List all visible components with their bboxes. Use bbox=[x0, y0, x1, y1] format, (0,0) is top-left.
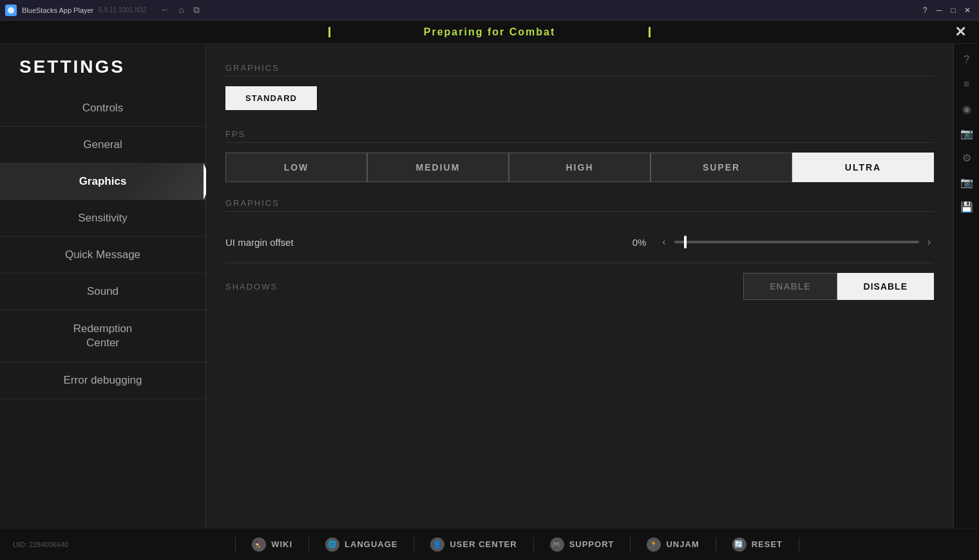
game-bar-title: Preparing for Combat bbox=[424, 26, 555, 38]
right-icon-menu[interactable]: ≡ bbox=[957, 75, 976, 94]
support-icon: 🎮 bbox=[550, 537, 564, 552]
right-sidebar: ? ≡ ◉ 📷 ⚙ 📷 💾 bbox=[953, 44, 979, 528]
sidebar-item-error-debugging[interactable]: Error debugging bbox=[0, 362, 205, 399]
fps-medium-btn[interactable]: MEDIUM bbox=[367, 153, 509, 182]
reset-label: RESET bbox=[752, 539, 783, 549]
ui-margin-label: UI margin offset bbox=[225, 237, 614, 248]
right-icon-camera2[interactable]: 📷 bbox=[957, 173, 976, 192]
fps-section-label: FPS bbox=[225, 129, 934, 143]
wiki-label: WIKI bbox=[271, 539, 292, 549]
sidebar-item-sound[interactable]: Sound bbox=[0, 274, 205, 310]
graphics-section-label: GRAPHICS bbox=[225, 63, 934, 77]
language-label: LANGUAGE bbox=[345, 539, 397, 549]
footer-unjam[interactable]: 🏃 UNJAM bbox=[631, 537, 716, 552]
game-bar: Preparing for Combat ✕ bbox=[0, 21, 979, 44]
right-icon-save[interactable]: 💾 bbox=[957, 197, 976, 216]
sidebar-item-graphics[interactable]: Graphics bbox=[0, 163, 205, 200]
shadows-row: SHADOWS ENABLE DISABLE bbox=[225, 263, 934, 310]
sidebar-item-general[interactable]: General bbox=[0, 127, 205, 163]
game-bar-close-btn[interactable]: ✕ bbox=[955, 24, 966, 41]
unjam-icon: 🏃 bbox=[647, 537, 661, 552]
fps-section: FPS LOW MEDIUM HIGH SUPER ULTRA bbox=[225, 129, 934, 182]
footer-nav: 🦅 WIKI 🌐 LANGUAGE 👤 USER CENTER 🎮 SUPPOR… bbox=[68, 537, 966, 552]
maximize-button[interactable]: □ bbox=[947, 4, 960, 17]
svg-point-0 bbox=[8, 7, 14, 14]
decorator-right bbox=[649, 27, 651, 37]
slider-right-arrow[interactable]: › bbox=[924, 233, 934, 251]
reset-icon: 🔄 bbox=[732, 537, 746, 552]
app-icon bbox=[5, 5, 17, 16]
language-icon: 🌐 bbox=[325, 537, 339, 552]
footer-language[interactable]: 🌐 LANGUAGE bbox=[309, 537, 414, 552]
uid-label: UID: 2284006640 bbox=[13, 541, 68, 548]
game-bar-decorators: Preparing for Combat bbox=[328, 26, 651, 38]
footer-wiki[interactable]: 🦅 WIKI bbox=[235, 537, 309, 552]
decorator-left bbox=[328, 27, 330, 37]
fps-super-btn[interactable]: SUPER bbox=[651, 153, 792, 182]
title-bar-controls: ? ─ □ ✕ bbox=[918, 4, 974, 17]
title-bar: BlueStacks App Player 5.9.11.1001 N32 ← … bbox=[0, 0, 979, 21]
slider-left-arrow[interactable]: ‹ bbox=[659, 233, 669, 251]
graphics-preset-row: STANDARD bbox=[225, 86, 934, 110]
settings-title: SETTINGS bbox=[0, 50, 205, 90]
fps-row: LOW MEDIUM HIGH SUPER ULTRA bbox=[225, 153, 934, 182]
fps-high-btn[interactable]: HIGH bbox=[509, 153, 651, 182]
footer-user-center[interactable]: 👤 USER CENTER bbox=[414, 537, 533, 552]
nav-back-btn[interactable]: ← bbox=[158, 3, 172, 17]
right-icon-camera1[interactable]: 📷 bbox=[957, 124, 976, 143]
app-version: 5.9.11.1001 N32 bbox=[99, 6, 146, 14]
fps-low-btn[interactable]: LOW bbox=[225, 153, 367, 182]
ui-margin-row: UI margin offset 0% ‹ › bbox=[225, 221, 934, 263]
title-bar-nav: ← ⌂ ⧉ bbox=[158, 3, 202, 17]
footer: UID: 2284006640 🦅 WIKI 🌐 LANGUAGE 👤 USER… bbox=[0, 528, 979, 560]
support-label: SUPPORT bbox=[569, 539, 614, 549]
user-center-icon: 👤 bbox=[430, 537, 444, 552]
sidebar: SETTINGS Controls General Graphics Sensi… bbox=[0, 44, 206, 528]
minimize-button[interactable]: ─ bbox=[933, 4, 946, 17]
fps-ultra-btn[interactable]: ULTRA bbox=[792, 153, 934, 182]
right-icon-settings[interactable]: ⚙ bbox=[957, 148, 976, 167]
right-icon-help[interactable]: ? bbox=[957, 50, 976, 70]
preset-standard-btn[interactable]: STANDARD bbox=[225, 86, 317, 110]
footer-support[interactable]: 🎮 SUPPORT bbox=[534, 537, 631, 552]
shadows-label: SHADOWS bbox=[225, 282, 743, 292]
graphics2-section: GRAPHICS UI margin offset 0% ‹ › SHADOWS… bbox=[225, 198, 934, 310]
sidebar-item-sensitivity[interactable]: Sensitivity bbox=[0, 200, 205, 237]
sidebar-item-controls[interactable]: Controls bbox=[0, 90, 205, 127]
close-button[interactable]: ✕ bbox=[961, 4, 974, 17]
graphics2-section-label: GRAPHICS bbox=[225, 198, 934, 212]
shadows-toggle-group: ENABLE DISABLE bbox=[743, 273, 934, 300]
unjam-label: UNJAM bbox=[666, 539, 699, 549]
slider-thumb bbox=[684, 236, 687, 248]
title-bar-left: BlueStacks App Player 5.9.11.1001 N32 ← … bbox=[5, 3, 202, 17]
nav-restore-btn[interactable]: ⧉ bbox=[191, 3, 202, 17]
wiki-icon: 🦅 bbox=[252, 537, 266, 552]
main-layout: SETTINGS Controls General Graphics Sensi… bbox=[0, 44, 979, 528]
slider-container: ‹ › bbox=[659, 233, 934, 251]
nav-home-btn[interactable]: ⌂ bbox=[176, 3, 186, 17]
slider-track[interactable] bbox=[674, 241, 919, 243]
right-icon-circle[interactable]: ◉ bbox=[957, 99, 976, 118]
help-button[interactable]: ? bbox=[918, 4, 931, 17]
user-center-label: USER CENTER bbox=[450, 539, 517, 549]
ui-margin-value: 0% bbox=[614, 237, 646, 248]
sidebar-item-redemption-center[interactable]: RedemptionCenter bbox=[0, 310, 205, 362]
content-area: GRAPHICS STANDARD FPS LOW MEDIUM HIGH SU… bbox=[206, 44, 953, 528]
app-title: BlueStacks App Player bbox=[22, 6, 93, 14]
sidebar-item-quick-message[interactable]: Quick Message bbox=[0, 237, 205, 274]
shadows-disable-btn[interactable]: DISABLE bbox=[837, 273, 934, 300]
footer-reset[interactable]: 🔄 RESET bbox=[716, 537, 799, 552]
shadows-enable-btn[interactable]: ENABLE bbox=[743, 273, 837, 300]
